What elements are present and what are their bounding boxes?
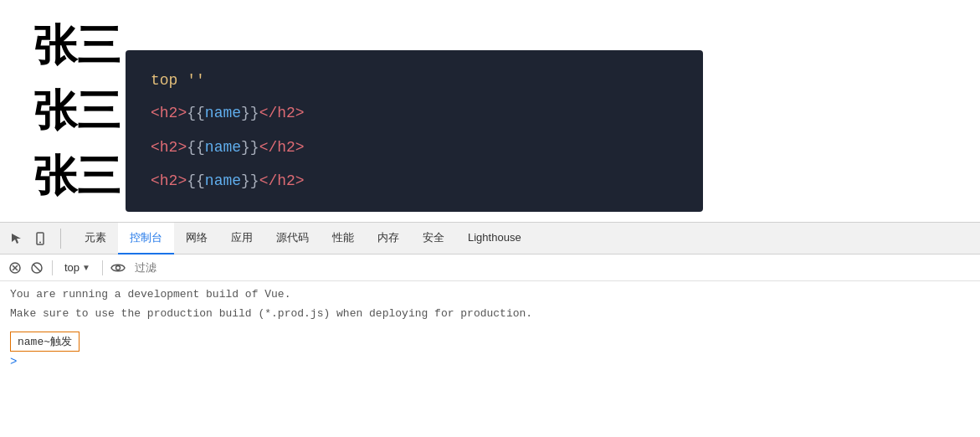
code-var-2: name: [205, 136, 241, 160]
eye-icon[interactable]: [110, 260, 126, 276]
console-toolbar: top ▼: [0, 254, 980, 281]
code-tag-open-1: <h2>: [151, 101, 187, 126]
code-line-1: <h2>{{name}}</h2>: [126, 96, 703, 131]
code-brace-close-2: }}: [241, 136, 259, 160]
code-tag-close-1: </h2>: [259, 101, 305, 126]
svg-line-6: [33, 265, 40, 271]
code-brace-open-3: {{: [187, 169, 205, 193]
mobile-icon[interactable]: [30, 229, 50, 249]
tab-应用[interactable]: 应用: [219, 223, 264, 254]
code-line-3: <h2>{{name}}</h2>: [126, 164, 703, 198]
tab-网络[interactable]: 网络: [174, 223, 219, 254]
console-info-line-2: Make sure to use the production build (*…: [10, 306, 970, 323]
cursor-icon[interactable]: [7, 229, 27, 249]
tabs-container: 元素控制台网络应用源代码性能内存安全Lighthouse: [73, 223, 533, 254]
block-icon[interactable]: [28, 260, 45, 276]
console-output: You are running a development build of V…: [0, 281, 980, 437]
code-var-1: name: [205, 101, 241, 126]
tab-Lighthouse[interactable]: Lighthouse: [456, 223, 533, 254]
top-selector[interactable]: top ▼: [59, 260, 95, 275]
tab-内存[interactable]: 内存: [366, 223, 411, 254]
filter-input[interactable]: [131, 260, 973, 275]
tab-元素[interactable]: 元素: [73, 223, 118, 254]
chevron-down-icon: ▼: [82, 263, 90, 272]
devtools-panel: 元素控制台网络应用源代码性能内存安全Lighthouse top ▼: [0, 222, 980, 437]
svg-point-7: [115, 265, 120, 270]
tab-控制台[interactable]: 控制台: [118, 223, 174, 254]
code-top-line: top '': [126, 64, 703, 96]
console-result-badge: name~触发: [10, 332, 80, 352]
code-brace-open-2: {{: [187, 136, 205, 160]
code-brace-open-1: {{: [187, 101, 205, 126]
console-info-line-1: You are running a development build of V…: [10, 286, 970, 304]
code-tag-close-3: </h2>: [259, 169, 305, 193]
code-var-3: name: [205, 169, 241, 193]
toolbar-divider: [52, 260, 53, 275]
devtools-tabs-bar: 元素控制台网络应用源代码性能内存安全Lighthouse: [0, 223, 980, 254]
top-selector-label: top: [64, 261, 80, 274]
tab-性能[interactable]: 性能: [321, 223, 366, 254]
code-editor-overlay: top '' <h2>{{name}}</h2> <h2>{{name}}</h…: [126, 50, 703, 212]
code-brace-close-3: }}: [241, 169, 259, 193]
code-tag-open-3: <h2>: [151, 169, 187, 193]
tab-icon-group: [7, 229, 61, 249]
toolbar-divider-2: [102, 260, 103, 275]
code-line-2: <h2>{{name}}</h2>: [126, 131, 703, 165]
clear-console-icon[interactable]: [7, 260, 23, 276]
code-brace-close-1: }}: [241, 101, 259, 126]
code-tag-close-2: </h2>: [259, 136, 305, 160]
preview-area: 张三 张三 张三 top '' <h2>{{name}}</h2> <h2>{{…: [0, 0, 980, 222]
tab-安全[interactable]: 安全: [411, 223, 456, 254]
code-top-text: top '': [151, 69, 205, 93]
console-prompt[interactable]: >: [10, 355, 970, 368]
tab-源代码[interactable]: 源代码: [264, 223, 321, 254]
code-tag-open-2: <h2>: [151, 136, 187, 160]
